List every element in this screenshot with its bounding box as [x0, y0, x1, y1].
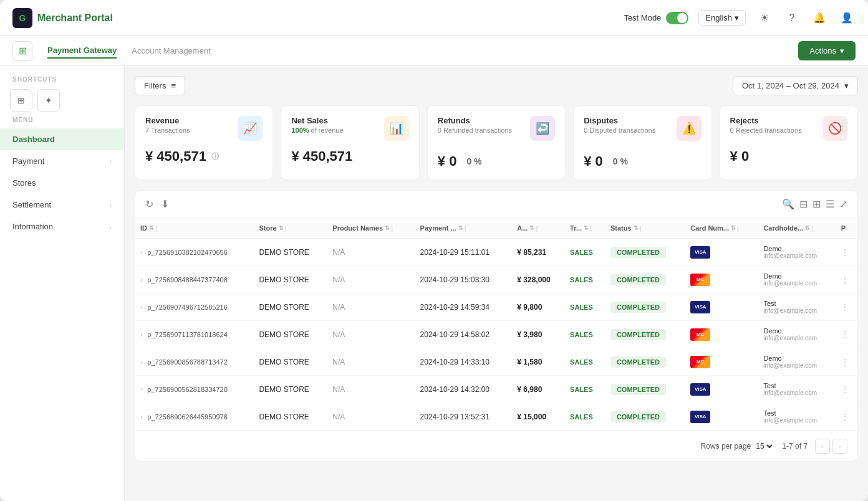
- expand-row-icon[interactable]: ›: [140, 330, 143, 339]
- cell-payment-date: 2024-10-29 14:59:34: [415, 293, 513, 321]
- cell-store: DEMO STORE: [254, 239, 327, 266]
- menu-title: MENU: [0, 117, 124, 123]
- rows-per-page-select[interactable]: 15 25 50: [753, 441, 774, 451]
- cell-store: DEMO STORE: [254, 376, 327, 403]
- col-type: Tr... ⇅|: [565, 218, 605, 239]
- sidebar-item-payment[interactable]: Payment ›: [0, 150, 124, 172]
- card-visa-logo: VISA: [690, 301, 710, 313]
- table-row: › p_7256900856788713472 DEMO STORE N/A 2…: [135, 348, 857, 376]
- sun-icon[interactable]: ☀: [756, 9, 773, 27]
- card-info: Revenue 7 Transactions: [145, 116, 190, 134]
- pagination: Rows per page 15 25 50 1-7 of 7 ‹ ›: [135, 431, 857, 461]
- user-icon[interactable]: 👤: [838, 9, 856, 27]
- page-navigation: ‹ ›: [815, 439, 847, 454]
- cell-card-logo: MC: [685, 266, 758, 293]
- expand-row-icon[interactable]: ›: [140, 358, 143, 366]
- content-area: Filters ≡ Oct 1, 2024 – Oct 29, 2024 ▾ R…: [125, 66, 868, 501]
- card-title: Net Sales: [291, 116, 343, 125]
- cell-p: ⋮: [836, 293, 857, 321]
- search-icon[interactable]: 🔍: [782, 198, 794, 210]
- cell-product: N/A: [327, 321, 415, 348]
- date-range-picker[interactable]: Oct 1, 2024 – Oct 29, 2024 ▾: [733, 76, 858, 95]
- filter-button[interactable]: Filters ≡: [135, 76, 185, 95]
- sidebar-item-information[interactable]: Information ›: [0, 216, 124, 237]
- cell-product: N/A: [327, 266, 415, 293]
- cell-card-logo: VISA: [685, 403, 758, 431]
- rejects-value: ¥ 0: [730, 148, 847, 165]
- sidebar-item-stores[interactable]: Stores: [0, 172, 124, 194]
- cell-card-logo: VISA: [685, 376, 758, 403]
- filter-icon[interactable]: ⊟: [799, 198, 808, 210]
- shortcuts-section: SHORTCUTS ⊞ ✦: [0, 76, 124, 112]
- table-row: › p_7256910382102470656 DEMO STORE N/A 2…: [135, 239, 857, 266]
- info-icon[interactable]: ⓘ: [211, 151, 219, 162]
- cell-expand: › p_7256910382102470656: [135, 239, 254, 266]
- card-sub: 0 Disputed transactions: [584, 126, 655, 134]
- cell-payment-date: 2024-10-29 14:58:02: [415, 321, 513, 348]
- expand-row-icon[interactable]: ›: [140, 303, 143, 312]
- list-view-icon[interactable]: ☰: [826, 198, 834, 210]
- cell-cardholder: Testinfo@example.com: [758, 403, 836, 431]
- card-mc-logo: MC: [690, 274, 710, 286]
- expand-row-icon[interactable]: ›: [140, 413, 143, 421]
- cell-payment-date: 2024-10-29 14:32:00: [415, 376, 513, 403]
- cell-id: p_7256900562818334720: [147, 386, 227, 393]
- cell-cardholder: Testinfo@example.com: [758, 376, 836, 403]
- col-payment-date: Payment ... ⇅|: [415, 218, 513, 239]
- sidebar-item-label: Settlement: [12, 200, 51, 209]
- table-actions-left: ↻ ⬇: [145, 198, 169, 210]
- card-mc-logo: MC: [690, 356, 710, 368]
- sidebar-item-settlement[interactable]: Settlement ›: [0, 194, 124, 216]
- refunds-value: ¥ 0: [438, 153, 457, 169]
- filter-label: Filters: [144, 81, 166, 90]
- shortcut-grid-icon[interactable]: ⊞: [10, 89, 32, 112]
- bell-icon[interactable]: 🔔: [811, 9, 828, 27]
- help-icon[interactable]: ?: [783, 9, 801, 27]
- cell-type: SALES: [565, 348, 605, 376]
- cell-amount: ¥ 6,980: [512, 376, 565, 403]
- sidebar-item-dashboard[interactable]: Dashboard: [0, 128, 124, 150]
- shortcuts-title: SHORTCUTS: [10, 76, 114, 83]
- revenue-value: ¥ 450,571 ⓘ: [145, 148, 263, 165]
- disputes-card: Disputes 0 Disputed transactions ⚠️ ¥ 0 …: [573, 105, 711, 180]
- shortcut-star-icon[interactable]: ✦: [37, 89, 60, 112]
- cell-type: SALES: [565, 293, 605, 321]
- refresh-icon[interactable]: ↻: [145, 198, 153, 210]
- prev-page-button[interactable]: ‹: [815, 439, 830, 454]
- download-icon[interactable]: ⬇: [161, 198, 169, 210]
- cell-store: DEMO STORE: [254, 403, 327, 431]
- cell-amount: ¥ 328,000: [512, 266, 565, 293]
- language-selector[interactable]: English ▾: [698, 10, 746, 26]
- col-id: ID ⇅|: [135, 218, 254, 239]
- cell-expand: › p_7256907113781018624: [135, 321, 254, 348]
- col-amount: A... ⇅|: [512, 218, 565, 239]
- cell-status: COMPLETED: [605, 239, 685, 266]
- expand-icon[interactable]: ⤢: [839, 198, 847, 210]
- expand-row-icon[interactable]: ›: [140, 248, 143, 257]
- cell-cardholder: Demoinfo@example.com: [758, 239, 836, 266]
- chevron-down-icon: ▾: [735, 13, 739, 22]
- chevron-down-icon: ▾: [844, 81, 849, 90]
- table-row: › p_7256900562818334720 DEMO STORE N/A 2…: [135, 376, 857, 403]
- net-sales-icon: 📊: [384, 116, 409, 141]
- cell-p: ⋮: [836, 403, 857, 431]
- test-mode-toggle[interactable]: [666, 12, 688, 24]
- cell-status: COMPLETED: [605, 376, 685, 403]
- cell-id: p_7256910382102470656: [147, 249, 227, 256]
- grid-icon[interactable]: ⊞: [12, 41, 32, 61]
- cell-store: DEMO STORE: [254, 348, 327, 376]
- net-sales-card: Net Sales 100% of revenue 📊 ¥ 450,571: [281, 105, 419, 180]
- card-visa-logo: VISA: [690, 246, 710, 259]
- rows-per-page-label: Rows per page: [701, 442, 751, 451]
- cell-p: ⋮: [836, 321, 857, 348]
- nav-account-management[interactable]: Account Management: [132, 44, 210, 58]
- nav-payment-gateway[interactable]: Payment Gateway: [47, 43, 117, 59]
- expand-row-icon[interactable]: ›: [140, 385, 143, 394]
- test-mode-label: Test Mode: [624, 13, 661, 22]
- actions-button[interactable]: Actions ▾: [798, 41, 856, 60]
- columns-icon[interactable]: ⊞: [813, 198, 821, 210]
- next-page-button[interactable]: ›: [832, 439, 847, 454]
- sidebar-item-label: Stores: [12, 178, 36, 188]
- expand-row-icon[interactable]: ›: [140, 275, 143, 284]
- summary-cards: Revenue 7 Transactions 📈 ¥ 450,571 ⓘ N: [135, 105, 858, 180]
